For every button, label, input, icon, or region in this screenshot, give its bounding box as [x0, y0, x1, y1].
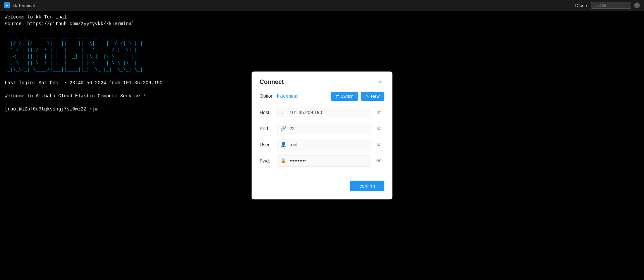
option-label: Option:	[260, 93, 277, 99]
switch-label: Switch	[341, 94, 354, 99]
dialog-footer: confirm	[252, 179, 392, 199]
connect-dialog: Connect × Option: kkterminal ⇄ Switch ✎ …	[252, 72, 392, 199]
new-icon: ✎	[366, 94, 369, 99]
confirm-button[interactable]: confirm	[350, 181, 384, 191]
user-row: User: 👤 ⧉	[260, 139, 384, 150]
app-title: kk Terminal	[13, 3, 35, 8]
user-copy-button[interactable]: ⧉	[374, 139, 384, 150]
help-icon[interactable]: ?	[634, 2, 640, 8]
dialog-header: Connect ×	[252, 72, 392, 92]
eye-icon: 👁	[376, 158, 382, 164]
dialog-body: Option: kkterminal ⇄ Switch ✎ New Host: …	[252, 92, 392, 179]
terminal-line1: Welcome to kk Terminal.	[5, 14, 69, 20]
option-value: kkterminal	[277, 93, 331, 99]
title-bar-right: TCode ?	[574, 2, 640, 9]
pwd-input-wrapper: 🔒	[277, 155, 371, 167]
port-input-wrapper: 🔗	[277, 123, 371, 134]
new-label: New	[371, 94, 380, 99]
copy-icon: ⧉	[377, 109, 381, 115]
host-input[interactable]	[277, 107, 371, 118]
welcome-msg: Welcome to Alibaba Cloud Elastic Compute…	[5, 93, 146, 99]
port-label: Port:	[260, 126, 277, 131]
title-bar: ▶ kk Terminal TCode ?	[0, 0, 644, 11]
tcode-label: TCode	[574, 3, 587, 8]
user-input-wrapper: 👤	[277, 139, 371, 150]
dialog-title: Connect	[260, 79, 284, 86]
port-copy-button[interactable]: ⧉	[374, 123, 384, 134]
last-login: Last login: Sat Dec 7 23:40:56 2024 from…	[5, 80, 162, 86]
password-toggle-button[interactable]: 👁	[374, 155, 384, 166]
host-label: Host:	[260, 110, 277, 115]
port-input[interactable]	[277, 123, 371, 134]
switch-icon: ⇄	[335, 94, 339, 99]
host-row: Host: ⌂ ⧉	[260, 107, 384, 118]
host-input-wrapper: ⌂	[277, 107, 371, 118]
user-input[interactable]	[277, 139, 371, 150]
close-button[interactable]: ×	[376, 78, 384, 86]
new-button[interactable]: ✎ New	[361, 92, 384, 101]
copy-icon-port: ⧉	[377, 126, 381, 132]
prompt: [root@iZuf6c3tqkssngj7si0wz2Z ~]#	[5, 106, 98, 112]
ascii-art: _ _ _ _____ ___ ____ __ _ _ _ _ | |/ /| …	[5, 34, 143, 73]
pwd-input[interactable]	[277, 155, 371, 167]
copy-icon-user: ⧉	[377, 142, 381, 148]
switch-button[interactable]: ⇄ Switch	[331, 92, 358, 101]
pwd-label: Pwd:	[260, 158, 277, 164]
tcode-input[interactable]	[591, 2, 631, 9]
app-icon: ▶	[4, 2, 10, 8]
option-row: Option: kkterminal ⇄ Switch ✎ New	[260, 92, 384, 101]
pwd-row: Pwd: 🔒 👁	[260, 155, 384, 167]
terminal-line2: source: https://github.com/zyyzyykk/kkTe…	[5, 21, 134, 27]
port-row: Port: 🔗 ⧉	[260, 123, 384, 134]
host-copy-button[interactable]: ⧉	[374, 107, 384, 118]
user-label: User:	[260, 142, 277, 147]
